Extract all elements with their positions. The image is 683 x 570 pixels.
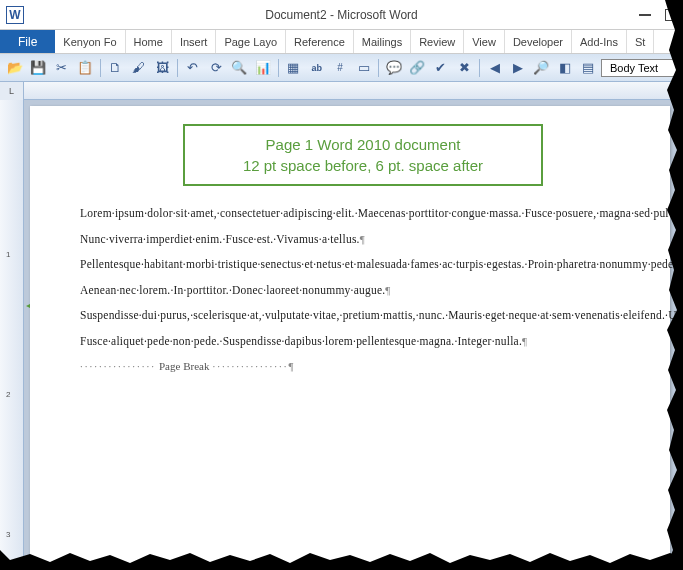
pilcrow-icon <box>522 335 527 347</box>
paragraph[interactable]: Fusce·aliquet·pede·non·pede.·Suspendisse… <box>80 335 522 347</box>
page-break: ················ Page Break ············… <box>80 359 646 374</box>
link-icon[interactable]: 🔗 <box>407 57 428 79</box>
title-bar: W Document2 - Microsoft Word <box>0 0 683 30</box>
horizontal-ruler[interactable]: L <box>0 82 683 100</box>
separator <box>100 59 101 77</box>
highlight-icon[interactable]: ◧ <box>554 57 575 79</box>
ruler-tick: 3 <box>6 530 10 539</box>
paragraph[interactable]: Lorem·ipsum·dolor·sit·amet,·consectetuer… <box>80 207 683 219</box>
separator <box>177 59 178 77</box>
chart-icon[interactable]: 📊 <box>252 57 273 79</box>
menu-home[interactable]: Home <box>126 30 172 53</box>
page-break-dots: ················ <box>80 359 156 374</box>
vertical-ruler[interactable]: 1 2 3 <box>0 100 24 570</box>
ruler-tick: 2 <box>6 390 10 399</box>
workspace: 1 2 3 Page 1 Word 2010 document 12 pt sp… <box>0 100 683 570</box>
save-icon[interactable]: 💾 <box>27 57 48 79</box>
callout-box: Page 1 Word 2010 document 12 pt space be… <box>183 124 543 186</box>
cut-icon[interactable]: ✂ <box>51 57 72 79</box>
menu-reference[interactable]: Reference <box>286 30 354 53</box>
body-text[interactable]: Lorem·ipsum·dolor·sit·amet,·consectetuer… <box>80 206 646 374</box>
ruler-corner[interactable]: L <box>0 82 24 100</box>
comment-icon[interactable]: 💬 <box>383 57 404 79</box>
app-icon: W <box>6 6 24 24</box>
menu-insert[interactable]: Insert <box>172 30 217 53</box>
menu-page-layout[interactable]: Page Layo <box>216 30 286 53</box>
menu-view[interactable]: View <box>464 30 505 53</box>
file-tab[interactable]: File <box>0 30 55 53</box>
separator <box>378 59 379 77</box>
pilcrow-icon <box>385 284 390 296</box>
window-controls <box>639 9 677 21</box>
next-icon[interactable]: ▶ <box>507 57 528 79</box>
ruler-track[interactable] <box>24 82 683 99</box>
grid-icon[interactable]: ▤ <box>578 57 599 79</box>
page-break-label: Page Break <box>159 359 209 374</box>
new-icon[interactable]: 🗋 <box>105 57 126 79</box>
page-break-dots: ················ <box>212 359 288 374</box>
pilcrow-icon <box>360 233 365 245</box>
open-icon[interactable]: 📂 <box>4 57 25 79</box>
menu-st[interactable]: St <box>627 30 654 53</box>
style-selector[interactable]: Body Text <box>601 59 679 77</box>
menu-review[interactable]: Review <box>411 30 464 53</box>
menu-bar: File Kenyon Fo Home Insert Page Layo Ref… <box>0 30 683 54</box>
page-area: Page 1 Word 2010 document 12 pt space be… <box>24 100 683 570</box>
menu-addins[interactable]: Add-Ins <box>572 30 627 53</box>
find-icon[interactable]: 🔎 <box>531 57 552 79</box>
copy-format-icon[interactable]: 🖌 <box>128 57 149 79</box>
refresh-icon[interactable]: ⟳ <box>205 57 226 79</box>
separator <box>278 59 279 77</box>
accept-icon[interactable]: ✔ <box>430 57 451 79</box>
window-title: Document2 - Microsoft Word <box>265 8 418 22</box>
minimize-button[interactable] <box>639 14 651 16</box>
callout-line2: 12 pt space before, 6 pt. space after <box>205 155 521 176</box>
paragraph[interactable]: Aenean·nec·lorem.·In·porttitor.·Donec·la… <box>80 284 385 296</box>
zoom-icon[interactable]: 🔍 <box>229 57 250 79</box>
callout-line1: Page 1 Word 2010 document <box>205 134 521 155</box>
prev-icon[interactable]: ◀ <box>484 57 505 79</box>
reject-icon[interactable]: ✖ <box>453 57 474 79</box>
paragraph[interactable]: Nunc·viverra·imperdiet·enim.·Fusce·est.·… <box>80 233 360 245</box>
menu-mailings[interactable]: Mailings <box>354 30 411 53</box>
maximize-button[interactable] <box>665 9 677 21</box>
picture-icon[interactable]: 🖼 <box>152 57 173 79</box>
ruler-tick: 1 <box>6 250 10 259</box>
number-icon[interactable]: # <box>329 57 350 79</box>
menu-kenyon[interactable]: Kenyon Fo <box>55 30 125 53</box>
toolbar: 📂 💾 ✂ 📋 🗋 🖌 🖼 ↶ ⟳ 🔍 📊 ▦ ab # ▭ 💬 🔗 ✔ ✖ ◀… <box>0 54 683 82</box>
ab-icon[interactable]: ab <box>306 57 327 79</box>
document-page[interactable]: Page 1 Word 2010 document 12 pt space be… <box>30 106 670 570</box>
table-icon[interactable]: ▦ <box>283 57 304 79</box>
paste-icon[interactable]: 📋 <box>74 57 95 79</box>
layout-icon[interactable]: ▭ <box>353 57 374 79</box>
separator <box>479 59 480 77</box>
paragraph[interactable]: Pellentesque·habitant·morbi·tristique·se… <box>80 258 683 270</box>
undo-icon[interactable]: ↶ <box>182 57 203 79</box>
menu-developer[interactable]: Developer <box>505 30 572 53</box>
pilcrow-icon <box>288 359 293 374</box>
paragraph[interactable]: Suspendisse·dui·purus,·scelerisque·at,·v… <box>80 309 683 321</box>
